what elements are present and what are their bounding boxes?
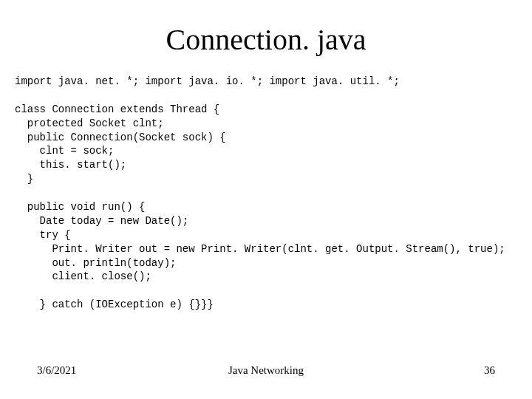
- footer-title: Java Networking: [190, 364, 343, 377]
- slide-title: Connection. java: [15, 22, 517, 57]
- footer-date: 3/6/2021: [37, 364, 190, 377]
- footer: 3/6/2021 Java Networking 36: [15, 364, 517, 384]
- code-block: import java. net. *; import java. io. *;…: [15, 75, 517, 364]
- footer-page-number: 36: [342, 364, 495, 377]
- slide: Connection. java import java. net. *; im…: [0, 0, 532, 399]
